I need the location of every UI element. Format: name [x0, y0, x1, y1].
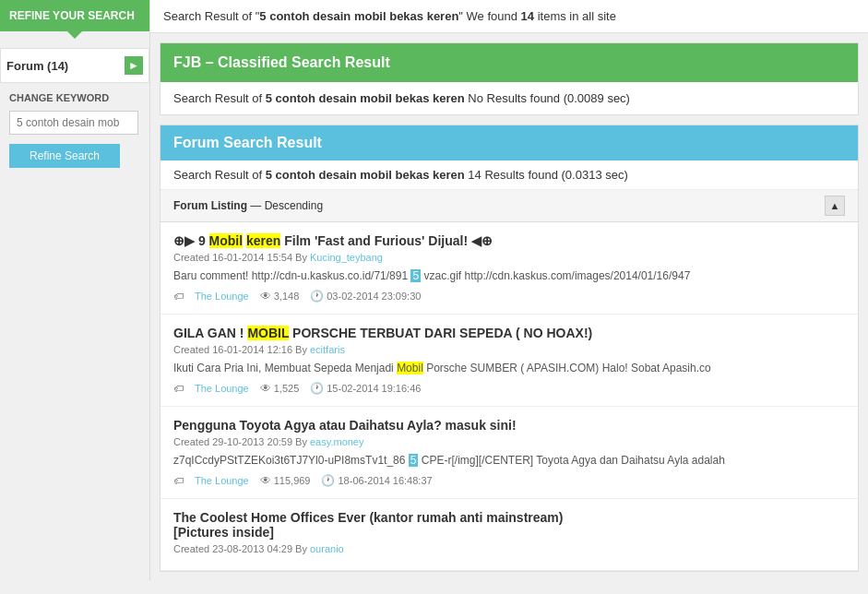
- forum-header: Forum Search Result: [161, 125, 858, 160]
- forum-listing-bar: Forum Listing — Descending ▲: [161, 190, 858, 222]
- tag-icon: 🏷: [173, 291, 184, 302]
- result-author-4[interactable]: ouranio: [310, 543, 344, 554]
- clock-icon-3: 🕐: [321, 474, 335, 487]
- result-title-4: The Coolest Home Offices Ever (kantor ru…: [173, 510, 845, 540]
- forum-body: Search Result of 5 contoh desain mobil b…: [161, 160, 858, 571]
- fjb-header: FJB – Classified Search Result: [161, 43, 858, 82]
- forum-meta: Search Result of 5 contoh desain mobil b…: [161, 160, 858, 190]
- result-item-4: The Coolest Home Offices Ever (kantor ru…: [161, 499, 858, 571]
- result-footer-3: 🏷 The Lounge 👁 115,969 🕐 18-06-2014 16:4…: [173, 474, 845, 487]
- refine-search-button[interactable]: Refine Search: [9, 144, 120, 168]
- result-item-2: GILA GAN ! MOBIL PORSCHE TERBUAT DARI SE…: [161, 315, 858, 407]
- top-bar-suffix: " We found: [458, 9, 520, 23]
- forum-meta-keyword: 5 contoh desain mobil bekas keren: [266, 168, 465, 182]
- result-footer-1: 🏷 The Lounge 👁 3,148 🕐 03-02-2014 23:09:…: [173, 290, 845, 303]
- result-title-1: ⊕▶ 9 Mobil keren Film 'Fast and Furious'…: [173, 233, 845, 248]
- result-created-2: Created 16-01-2014 12:16 By ecitfaris: [173, 344, 845, 355]
- eye-icon-3: 👁: [260, 474, 271, 487]
- keyword-input[interactable]: [9, 111, 138, 135]
- tag-icon-2: 🏷: [173, 383, 184, 394]
- fjb-meta-keyword: 5 contoh desain mobil bekas keren: [266, 91, 465, 105]
- fjb-meta-prefix: Search Result of: [173, 91, 266, 105]
- result-views-3: 👁 115,969: [260, 474, 311, 487]
- result-item-3: Pengguna Toyota Agya atau Daihatsu Ayla?…: [161, 407, 858, 499]
- refine-search-label: REFINE YOUR SEARCH: [9, 9, 135, 22]
- result-tag-2[interactable]: The Lounge: [195, 383, 249, 394]
- result-snippet-1: Baru comment! http://cdn-u.kaskus.co.id/…: [173, 267, 845, 284]
- result-item: ⊕▶ 9 Mobil keren Film 'Fast and Furious'…: [161, 222, 858, 315]
- sidebar: REFINE YOUR SEARCH Forum (14) ► CHANGE K…: [0, 0, 150, 581]
- result-title-2: GILA GAN ! MOBIL PORSCHE TERBUAT DARI SE…: [173, 326, 845, 340]
- result-date-1: 🕐 03-02-2014 23:09:30: [310, 290, 421, 303]
- fjb-section: FJB – Classified Search Result Search Re…: [160, 42, 859, 115]
- top-bar-count: 14: [521, 9, 534, 23]
- forum-label: Forum (14): [6, 59, 68, 73]
- result-created-3: Created 29-10-2013 20:59 By easy.money: [173, 436, 845, 447]
- fjb-body: Search Result of 5 contoh desain mobil b…: [161, 82, 858, 114]
- top-search-bar: Search Result of "5 contoh desain mobil …: [150, 0, 868, 33]
- forum-section: Forum Search Result Search Result of 5 c…: [160, 125, 859, 572]
- eye-icon: 👁: [260, 290, 271, 303]
- result-footer-2: 🏷 The Lounge 👁 1,525 🕐 15-02-2014 19:16:…: [173, 382, 845, 395]
- forum-arrow-icon[interactable]: ►: [125, 56, 143, 75]
- result-created-4: Created 23-08-2013 04:29 By ouranio: [173, 543, 845, 554]
- top-bar-keyword: 5 contoh desain mobil bekas keren: [259, 9, 458, 23]
- fjb-meta-suffix: No Results found (0.0089 sec): [465, 91, 630, 105]
- tag-icon-3: 🏷: [173, 475, 184, 486]
- forum-meta-prefix: Search Result of: [173, 168, 266, 182]
- result-snippet-2: Ikuti Cara Pria Ini, Membuat Sepeda Menj…: [173, 360, 845, 376]
- result-views-1: 👁 3,148: [260, 290, 300, 303]
- change-keyword-label: CHANGE KEYWORD: [0, 83, 149, 107]
- clock-icon-2: 🕐: [310, 382, 324, 395]
- sidebar-item-forum[interactable]: Forum (14) ►: [0, 48, 149, 83]
- sort-icon[interactable]: ▲: [825, 196, 845, 216]
- result-snippet-3: z7qICcdyPStTZEKoi3t6TJ7Yl0-uPI8msTv1t_86…: [173, 452, 845, 469]
- result-author-1[interactable]: Kucing_teybang: [310, 252, 383, 263]
- result-date-2: 🕐 15-02-2014 19:16:46: [310, 382, 421, 395]
- result-date-3: 🕐 18-06-2014 16:48:37: [321, 474, 432, 487]
- forum-meta-suffix: 14 Results found (0.0313 sec): [465, 168, 628, 182]
- eye-icon-2: 👁: [260, 382, 271, 395]
- forum-listing-label: Forum Listing — Descending: [173, 199, 323, 212]
- result-author-2[interactable]: ecitfaris: [310, 344, 345, 355]
- result-tag-3[interactable]: The Lounge: [195, 475, 249, 486]
- result-created-1: Created 16-01-2014 15:54 By Kucing_teyba…: [173, 252, 845, 263]
- result-views-2: 👁 1,525: [260, 382, 300, 395]
- result-author-3[interactable]: easy.money: [310, 436, 364, 447]
- clock-icon-1: 🕐: [310, 290, 324, 303]
- result-title-3: Pengguna Toyota Agya atau Daihatsu Ayla?…: [173, 418, 845, 433]
- top-bar-suffix2: items in all site: [534, 9, 616, 23]
- result-tag-1[interactable]: The Lounge: [195, 291, 249, 302]
- main-content: Search Result of "5 contoh desain mobil …: [150, 0, 868, 581]
- sidebar-header: REFINE YOUR SEARCH: [0, 0, 149, 31]
- top-bar-prefix: Search Result of ": [163, 9, 259, 23]
